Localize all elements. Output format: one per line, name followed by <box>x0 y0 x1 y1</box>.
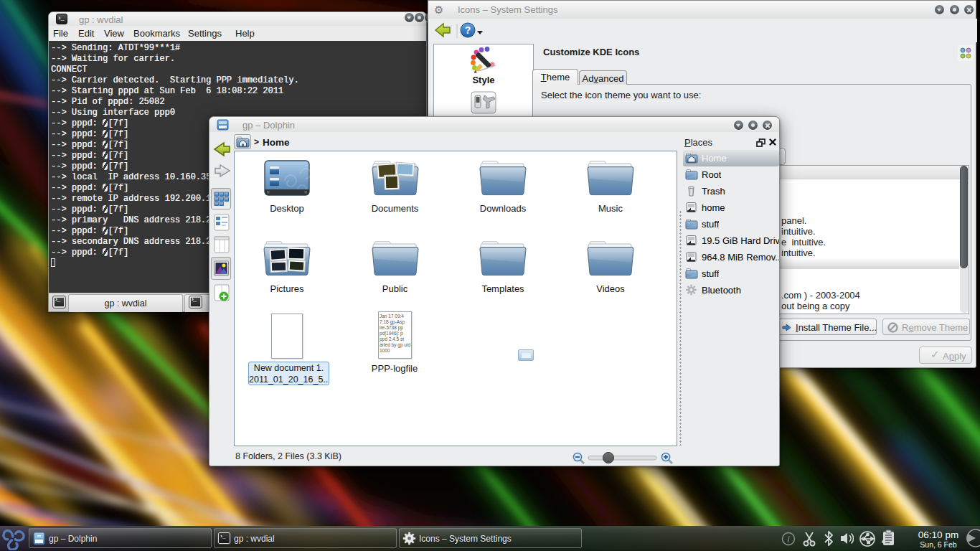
svg-text:i: i <box>788 534 791 545</box>
svg-text:?: ? <box>465 24 471 36</box>
